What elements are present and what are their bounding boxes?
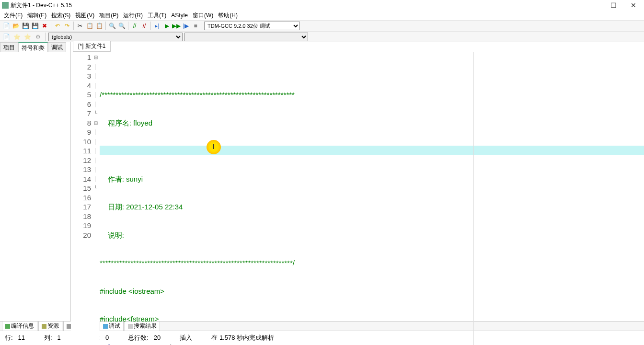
code-line: std [162, 343, 172, 345]
code-line: #include [100, 287, 128, 295]
separator [45, 33, 46, 41]
menu-window[interactable]: 窗口(W) [191, 11, 215, 20]
line-number: 16 [71, 193, 91, 203]
line-number: 5 [71, 90, 91, 100]
menu-edit[interactable]: 编辑(E) [25, 11, 48, 20]
code-line: sunyi [126, 175, 143, 183]
maximize-button[interactable]: ☐ [608, 1, 619, 9]
separator [105, 22, 106, 30]
line-number: 6 [71, 100, 91, 109]
menu-astyle[interactable]: AStyle [169, 12, 190, 19]
separator [202, 22, 202, 30]
line-number: 17 [71, 202, 91, 212]
status-row: 行: 11 [5, 334, 25, 342]
file-tab[interactable]: [*] 新文件1 [73, 41, 111, 52]
code-line: ****************************************… [100, 259, 295, 267]
new-icon[interactable]: 📄 [2, 33, 11, 41]
menu-help[interactable]: 帮助(H) [216, 11, 240, 20]
comment-icon[interactable]: // [130, 22, 139, 30]
cursor-highlight-icon: I [207, 140, 221, 154]
fold-column: ⊟ │││││└ ⊟ ││││││└ [94, 52, 100, 345]
paste-icon[interactable]: 📋 [95, 22, 104, 30]
menu-view[interactable]: 视图(V) [73, 11, 96, 20]
compile-icon[interactable]: ▸| [153, 22, 161, 30]
tab-label: 资源 [47, 322, 59, 330]
copy-icon[interactable]: 📋 [85, 22, 94, 30]
line-number: 3 [71, 71, 91, 81]
line-number: 7 [71, 109, 91, 118]
line-gutter: 1 2 3 4 5 6 7 8 9 10 11 12 13 14 15 16 1… [71, 52, 94, 345]
cut-icon[interactable]: ✂ [76, 22, 84, 30]
line-number: 2 [71, 62, 91, 72]
tab-debug[interactable]: 调试 [48, 42, 66, 52]
left-panel: 项目 符号和类 调试 [0, 42, 71, 321]
redo-icon[interactable]: ↷ [63, 22, 71, 30]
fold-toggle[interactable]: ⊟ [94, 53, 100, 62]
menu-project[interactable]: 项目(P) [97, 11, 120, 20]
separator [150, 22, 151, 30]
save-icon[interactable]: 💾 [21, 22, 30, 30]
menu-search[interactable]: 搜索(S) [49, 11, 72, 20]
code-line: #include [100, 315, 126, 323]
current-line-highlight [100, 146, 644, 155]
run-icon[interactable]: ▶ [162, 22, 171, 30]
goto-icon[interactable]: ⭐ [23, 33, 32, 41]
code-line: <iostream> [128, 287, 164, 295]
fold-toggle[interactable]: ⊟ [94, 118, 100, 128]
close-button[interactable]: ✕ [628, 1, 639, 9]
line-number: 14 [71, 174, 91, 184]
line-number: 4 [71, 81, 91, 91]
save-all-icon[interactable]: 💾 [31, 22, 39, 30]
separator [73, 22, 74, 30]
separator [51, 22, 51, 30]
tab-label: 编译信息 [11, 322, 34, 330]
find-icon[interactable]: 🔍 [108, 22, 116, 30]
line-number: 20 [71, 230, 91, 240]
line-number: 1 [71, 53, 91, 62]
right-margin [473, 52, 474, 345]
code-text[interactable]: /***************************************… [100, 52, 644, 345]
stop-icon[interactable]: ■ [191, 22, 200, 30]
rebuild-icon[interactable]: |▶ [182, 22, 190, 30]
tab-project[interactable]: 项目 [0, 42, 18, 52]
code-line: ; [172, 343, 173, 345]
code-line: 日期: [108, 203, 124, 211]
compiler-select[interactable]: TDM-GCC 9.2.0 32位 调试 [204, 22, 300, 30]
debug-cog-icon[interactable]: ⚙ [34, 33, 42, 41]
title-bar: 新文件1 - Dev-C++ 5.15 — ☐ ✕ [0, 0, 644, 11]
left-tabs: 项目 符号和类 调试 [0, 42, 70, 52]
separator [128, 22, 128, 30]
close-icon[interactable]: ✖ [40, 22, 49, 30]
code-editor[interactable]: 1 2 3 4 5 6 7 8 9 10 11 12 13 14 15 16 1… [71, 52, 644, 345]
replace-icon[interactable]: 🔍 [117, 22, 126, 30]
status-col: 列: 1 [44, 334, 61, 342]
tab-symbol[interactable]: 符号和类 [18, 42, 48, 52]
code-line: /***************************************… [100, 91, 295, 99]
file-tabs: [*] 新文件1 [71, 42, 644, 52]
line-number: 12 [71, 156, 91, 165]
window-buttons: — ☐ ✕ [587, 1, 642, 9]
menu-file[interactable]: 文件(F) [2, 11, 24, 20]
undo-icon[interactable]: ↶ [53, 22, 62, 30]
code-line: 作者: [108, 175, 124, 183]
open-file-icon[interactable]: 📂 [12, 22, 20, 30]
new-file-icon[interactable]: 📄 [2, 22, 11, 30]
code-line: using [100, 343, 121, 345]
line-number: 8 [71, 118, 91, 128]
scope-select[interactable]: (globals) [48, 33, 183, 41]
uncomment-icon[interactable]: // [140, 22, 149, 30]
minimize-button[interactable]: — [587, 1, 599, 9]
code-line: 说明: [108, 231, 124, 239]
member-select[interactable] [184, 33, 308, 41]
compile-run-icon[interactable]: ▶▶ [172, 22, 181, 30]
menu-run[interactable]: 运行(R) [121, 11, 145, 20]
code-line: namespace [121, 343, 162, 345]
dot-icon [42, 324, 46, 329]
line-number: 15 [71, 184, 91, 193]
tab-resource[interactable]: 资源 [38, 321, 62, 331]
tab-compile-info[interactable]: 编译信息 [2, 321, 37, 331]
menu-tools[interactable]: 工具(T) [146, 11, 168, 20]
toolbar-main: 📄 📂 💾 💾 ✖ ↶ ↷ ✂ 📋 📋 🔍 🔍 // // ▸| ▶ ▶▶ |▶… [0, 20, 644, 32]
bookmark-icon[interactable]: ⭐ [12, 33, 21, 41]
menu-bar: 文件(F) 编辑(E) 搜索(S) 视图(V) 项目(P) 运行(R) 工具(T… [0, 11, 644, 20]
